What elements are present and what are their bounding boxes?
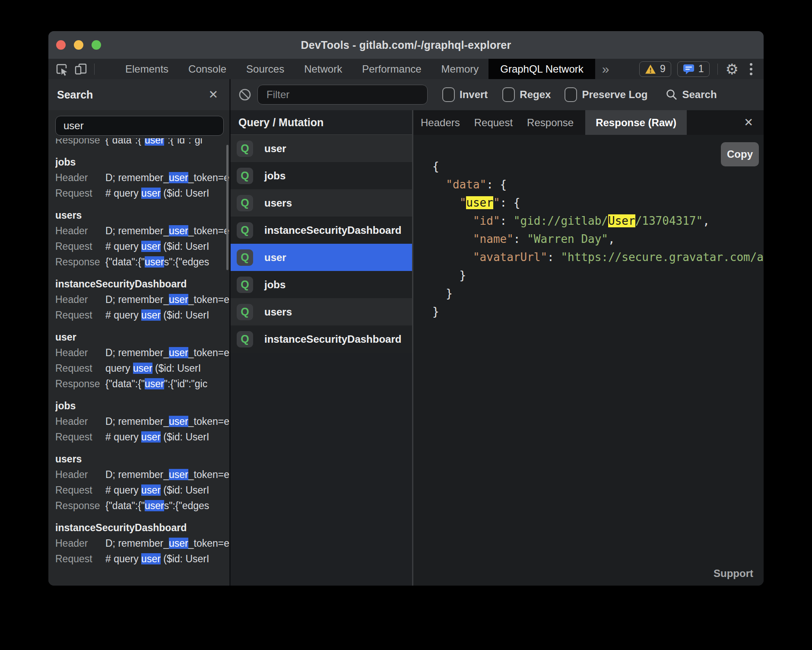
- result-row[interactable]: Requestquery user ($id: UserI: [55, 360, 229, 376]
- warnings-badge[interactable]: 9: [639, 61, 671, 77]
- response-panel: HeadersRequestResponseResponse (Raw)✕ Co…: [413, 110, 764, 586]
- result-row[interactable]: HeaderD; remember_user_token=e: [55, 223, 229, 239]
- left-scrollbar-thumb[interactable]: [226, 145, 228, 270]
- result-row-label: Request: [55, 551, 101, 567]
- query-item-label: instanceSecurityDashboard: [264, 333, 401, 345]
- match-highlight: user: [169, 538, 188, 549]
- result-row[interactable]: Request# query user ($id: UserI: [55, 551, 229, 567]
- inspect-element-icon[interactable]: [54, 62, 69, 76]
- result-row[interactable]: Request# query user ($id: UserI: [55, 307, 229, 323]
- network-toolbar: Search ✕ Filter InvertRegexPreserve Log: [48, 79, 764, 110]
- result-row-value: # query user ($id: UserI: [105, 482, 209, 498]
- result-group-header: jobs: [55, 154, 229, 170]
- query-type-badge: Q: [237, 249, 253, 266]
- kebab-menu-icon[interactable]: [750, 63, 752, 75]
- checkbox-preserve-log[interactable]: [565, 87, 577, 102]
- result-row[interactable]: HeaderD; remember_user_token=e: [55, 535, 229, 551]
- filter-input[interactable]: Filter: [257, 85, 428, 105]
- query-item-user[interactable]: Quser: [231, 135, 412, 162]
- result-row[interactable]: Response{"data":{"user":{"id":"gic: [55, 376, 229, 392]
- search-toolbar-label[interactable]: Search: [682, 89, 717, 101]
- result-row[interactable]: HeaderD; remember_user_token=e: [55, 345, 229, 360]
- result-row[interactable]: Request# query user ($id: UserI: [55, 482, 229, 498]
- result-row[interactable]: Request# query user ($id: UserI: [55, 429, 229, 445]
- json-token: ,: [608, 233, 615, 245]
- query-item-jobs[interactable]: Qjobs: [231, 271, 412, 298]
- result-row[interactable]: Response{"data":{"users":{"edges: [55, 254, 229, 270]
- response-tabs: HeadersRequestResponseResponse (Raw)✕: [413, 110, 764, 135]
- query-type-badge: Q: [237, 222, 253, 239]
- checkbox-group-invert: Invert: [442, 87, 488, 102]
- window-controls: [56, 40, 101, 50]
- more-tabs-chevron-icon[interactable]: »: [602, 62, 609, 76]
- search-icon[interactable]: [666, 89, 678, 101]
- checkbox-invert[interactable]: [442, 87, 455, 102]
- issues-badge[interactable]: 1: [677, 61, 710, 77]
- query-item-instancesecuritydashboard[interactable]: QinstanceSecurityDashboard: [231, 325, 412, 353]
- device-toolbar-icon[interactable]: [73, 62, 88, 76]
- result-row[interactable]: Request# query user ($id: UserI: [55, 185, 229, 201]
- result-text: ($id: UserI: [152, 363, 201, 374]
- filter-toolbar: Filter InvertRegexPreserve Log Search: [231, 79, 764, 110]
- result-row-label: Header: [55, 345, 101, 360]
- result-row-value: {"data":{"users":{"edges: [105, 498, 209, 513]
- result-row[interactable]: HeaderD; remember_user_token=e: [55, 414, 229, 429]
- controls-divider: [717, 64, 718, 75]
- result-row-value: D; remember_user_token=e: [105, 345, 229, 360]
- response-tab-request[interactable]: Request: [474, 117, 513, 129]
- query-type-badge: Q: [237, 140, 253, 157]
- json-token: ,: [703, 214, 710, 227]
- json-token: : {: [486, 178, 507, 191]
- close-window-button[interactable]: [56, 40, 66, 50]
- zoom-window-button[interactable]: [92, 40, 101, 50]
- search-panel-header: Search ✕: [48, 79, 229, 110]
- result-row[interactable]: Request# query user ($id: UserI: [55, 239, 229, 254]
- query-item-user[interactable]: Quser: [231, 244, 412, 271]
- result-row-value: D; remember_user_token=e: [105, 414, 229, 429]
- result-text: _token=e: [188, 294, 229, 305]
- tab-network[interactable]: Network: [294, 59, 352, 79]
- result-row-value: # query user ($id: UserI: [105, 429, 209, 445]
- query-item-instancesecuritydashboard[interactable]: QinstanceSecurityDashboard: [231, 217, 412, 244]
- result-text: D; remember_: [105, 172, 169, 183]
- issue-count: 1: [698, 63, 704, 75]
- checkbox-regex[interactable]: [502, 87, 515, 102]
- match-highlight: user: [169, 347, 188, 358]
- close-search-panel-icon[interactable]: ✕: [208, 88, 218, 102]
- response-tab-response-raw[interactable]: Response (Raw): [585, 110, 687, 135]
- close-response-pane-icon[interactable]: ✕: [744, 116, 753, 129]
- response-tab-response[interactable]: Response: [527, 117, 574, 129]
- result-row[interactable]: Response{"data":{"users":{"edges: [55, 498, 229, 513]
- search-query-input[interactable]: user: [55, 116, 224, 136]
- clear-log-icon[interactable]: [238, 88, 251, 101]
- query-item-users[interactable]: Qusers: [231, 298, 412, 325]
- tab-sources[interactable]: Sources: [236, 59, 294, 79]
- tab-graphql-network[interactable]: GraphQL Network: [488, 59, 595, 79]
- tab-elements[interactable]: Elements: [115, 59, 178, 79]
- result-row[interactable]: HeaderD; remember_user_token=e: [55, 467, 229, 482]
- result-text: {"data":{": [105, 500, 145, 511]
- query-type-badge: Q: [237, 331, 253, 347]
- result-row-label: Response: [55, 498, 101, 513]
- json-line: }: [432, 303, 764, 321]
- result-row[interactable]: HeaderD; remember_user_token=e: [55, 292, 229, 307]
- result-group-header: users: [55, 451, 229, 467]
- match-highlight: user: [145, 378, 164, 389]
- tab-console[interactable]: Console: [178, 59, 236, 79]
- json-token: [432, 196, 460, 209]
- settings-gear-icon[interactable]: ⚙: [726, 62, 739, 76]
- support-link[interactable]: Support: [714, 567, 753, 580]
- result-text: # query: [105, 484, 141, 496]
- query-item-users[interactable]: Qusers: [231, 189, 412, 217]
- minimize-window-button[interactable]: [74, 40, 83, 50]
- json-token: }: [432, 269, 466, 282]
- json-token: :: [547, 251, 561, 264]
- tab-memory[interactable]: Memory: [431, 59, 489, 79]
- result-row[interactable]: Response{"data":{"user":{"id":"gi: [55, 138, 203, 148]
- response-tab-headers[interactable]: Headers: [421, 117, 460, 129]
- result-row-label: Request: [55, 307, 101, 323]
- result-row[interactable]: HeaderD; remember_user_token=e: [55, 170, 229, 185]
- result-text: _token=e: [188, 225, 229, 236]
- tab-performance[interactable]: Performance: [352, 59, 431, 79]
- query-item-jobs[interactable]: Qjobs: [231, 162, 412, 189]
